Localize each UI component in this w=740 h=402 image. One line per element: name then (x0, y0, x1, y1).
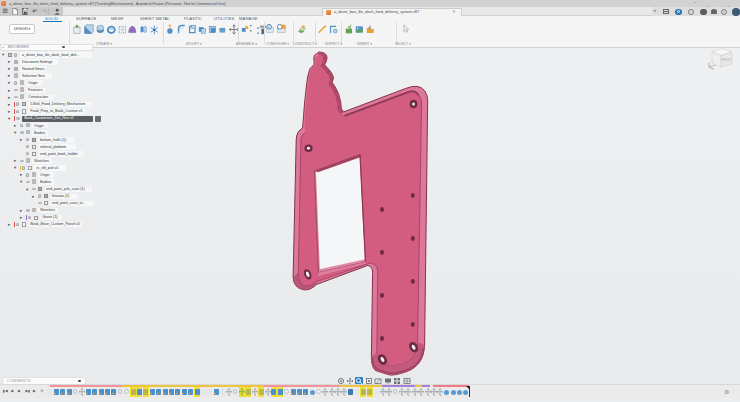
svg-text:FRONT: FRONT (722, 58, 732, 62)
